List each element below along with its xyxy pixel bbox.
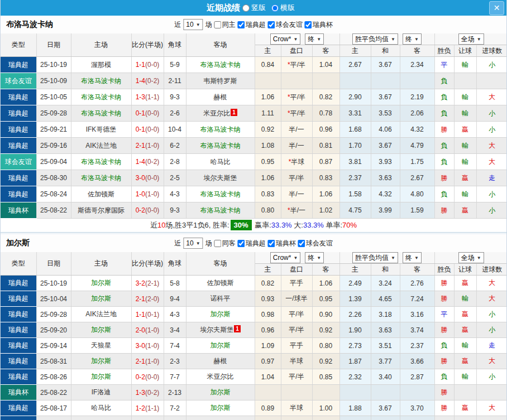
same-venue-checkbox-input[interactable] xyxy=(214,240,222,247)
handicap-text: 半/一 xyxy=(289,125,304,133)
odds-source-select[interactable]: Crow*▼ xyxy=(270,252,301,263)
table-row: 瑞典超25-08-30布洛马波卡纳3-0(0-0)2-5埃尔夫斯堡1.06平/半… xyxy=(1,170,507,186)
odds-stage-select[interactable]: 终▼ xyxy=(305,252,324,263)
home-team: 布洛马波卡纳 xyxy=(71,89,131,105)
corner-count: 5-9 xyxy=(164,57,186,73)
home-team-name: 加尔斯 xyxy=(91,357,111,365)
league-checkbox[interactable]: 瑞典杯 xyxy=(303,20,333,30)
result-goals-value: 走 xyxy=(489,341,495,349)
same-venue-checkbox[interactable]: 同主 xyxy=(212,20,236,30)
away-team: 加尔斯 xyxy=(186,400,255,416)
league-type-cell: 瑞典超 xyxy=(1,276,36,291)
match-score: 1-1(0-0) xyxy=(131,57,164,73)
result-handicap-value: 贏 xyxy=(462,174,468,182)
away-team-name: 布洛马波卡纳 xyxy=(200,190,241,198)
result-handicap-value: 輸 xyxy=(462,109,468,117)
vertical-radio-input[interactable] xyxy=(242,4,250,12)
odds-stage-select[interactable]: 终▼ xyxy=(305,33,324,45)
result-wdl: 負 xyxy=(434,154,454,170)
same-venue-checkbox-input[interactable] xyxy=(214,21,222,28)
result-goals-value: 大 xyxy=(489,93,495,101)
col-header-home: 主场 xyxy=(71,252,131,276)
result-goals-value: 小 xyxy=(489,190,495,198)
result-handicap: 贏 xyxy=(454,307,476,322)
away-team: 加尔斯 xyxy=(186,385,255,400)
fullmatch-select[interactable]: 全场▼ xyxy=(458,252,484,263)
fulltime-score: 3-2 xyxy=(136,279,145,287)
mean-draw: 3.77 xyxy=(371,354,400,369)
league-checkbox[interactable]: 瑞典杯 xyxy=(266,239,296,248)
mean-away xyxy=(400,73,434,89)
close-button[interactable]: ✕ xyxy=(489,1,504,15)
corner-count: 10-4 xyxy=(164,122,186,138)
home-team-name: IFK哥德堡 xyxy=(86,125,117,133)
match-date: 25-08-12 xyxy=(36,416,71,420)
result-handicap: 贏 xyxy=(454,400,476,416)
league-type-cell: 瑞典超 xyxy=(1,369,36,385)
league-type-badge: 瑞典超 xyxy=(1,170,36,186)
caret-down-icon: ▼ xyxy=(196,239,200,248)
league-checkbox-input[interactable] xyxy=(268,21,275,28)
result-wdl: 勝 xyxy=(434,202,454,219)
fulltime-score: 0-1 xyxy=(136,125,145,133)
horizontal-radio-input[interactable] xyxy=(271,4,279,12)
fulltime-score: 1-1 xyxy=(136,311,145,318)
league-checkbox[interactable]: 球会友谊 xyxy=(296,239,333,248)
league-checkbox-input[interactable] xyxy=(268,240,275,247)
mean-draw: 3.53 xyxy=(371,105,400,122)
halftime-score: (0-0) xyxy=(145,109,159,117)
sub-header: 进球数 xyxy=(476,264,507,276)
odds-source-select[interactable]: Crow*▼ xyxy=(270,33,301,45)
result-handicap: 贏 xyxy=(454,354,476,369)
away-team-name: 加尔斯 xyxy=(211,404,231,412)
handicap-text: 平手 xyxy=(290,341,303,349)
handicap-text: 平/半 xyxy=(289,326,304,334)
league-checkbox-input[interactable] xyxy=(298,240,305,247)
league-checkbox[interactable]: 瑞典超 xyxy=(236,20,266,30)
league-checkbox[interactable]: 瑞典超 xyxy=(236,239,266,248)
handicap-text: 平/半 xyxy=(290,61,305,69)
home-odds: 0.92 xyxy=(255,122,281,138)
fulltime-score: 1-4 xyxy=(136,77,145,85)
layout-radio-vertical[interactable]: 竖版 xyxy=(242,3,266,13)
layout-radio-horizontal[interactable]: 横版 xyxy=(271,3,295,13)
mean-stage-select[interactable]: 终▼ xyxy=(403,252,422,263)
horizontal-radio-label: 横版 xyxy=(280,3,295,13)
home-team: 加尔斯 xyxy=(71,354,131,369)
mean-type-select[interactable]: 胜平负均值▼ xyxy=(352,33,398,45)
mean-away: 2.67 xyxy=(400,170,434,186)
league-checkbox-input[interactable] xyxy=(238,21,245,28)
recent-count-select[interactable]: 10▼ xyxy=(183,19,203,30)
caret-down-icon: ▼ xyxy=(293,253,298,263)
select-value: 终 xyxy=(308,253,314,263)
mean-home: 4.75 xyxy=(339,202,371,219)
away-odds: 1.06 xyxy=(312,186,339,202)
select-value: 全场 xyxy=(461,253,475,263)
table-row: 瑞典超25-08-12加尔斯0-1(0-1)12-2IFK哥德堡0.89平/半1… xyxy=(1,416,507,420)
fulltime-score: 0-2 xyxy=(136,373,145,381)
halftime-score: (0-0) xyxy=(145,206,159,214)
recent-count-select[interactable]: 10▼ xyxy=(183,238,203,249)
handicap-text: 平/半 xyxy=(290,109,305,117)
away-team-name: 加尔斯 xyxy=(211,341,231,349)
away-team: 韦斯特罗斯 xyxy=(186,73,255,89)
same-venue-checkbox[interactable]: 同客 xyxy=(212,239,236,248)
result-wdl: 負 xyxy=(434,73,454,89)
fullmatch-select[interactable]: 全场▼ xyxy=(458,33,484,45)
league-checkbox-input[interactable] xyxy=(238,240,245,247)
mean-stage-select[interactable]: 终▼ xyxy=(403,33,422,45)
match-date: 25-08-22 xyxy=(36,385,71,400)
league-checkbox[interactable]: 球会友谊 xyxy=(266,20,303,30)
mean-draw: 3.93 xyxy=(371,154,400,170)
corner-count: 9-3 xyxy=(164,202,186,219)
result-wdl-value: 平 xyxy=(441,310,448,318)
mean-type-select[interactable]: 胜平负均值▼ xyxy=(352,252,398,263)
mean-draw: 3.18 xyxy=(371,307,400,322)
handicap-text: 半球 xyxy=(290,357,303,365)
league-checkbox-input[interactable] xyxy=(305,21,312,28)
mean-draw: 3.51 xyxy=(371,338,400,354)
result-wdl: 負 xyxy=(434,105,454,122)
select-value: Crow* xyxy=(273,35,291,44)
away-team-name: 埃尔夫斯堡 xyxy=(204,174,237,182)
handicap-line xyxy=(281,385,312,400)
